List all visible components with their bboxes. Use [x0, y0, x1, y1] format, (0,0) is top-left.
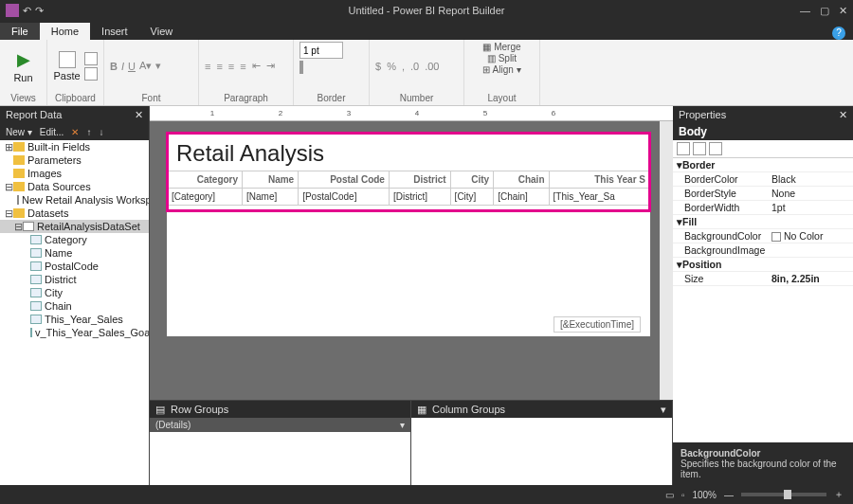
- execution-time-textbox[interactable]: [&ExecutionTime]: [554, 316, 641, 333]
- group-paragraph: ≡≡≡ ≡⇤⇥ Paragraph: [199, 40, 294, 105]
- group-border: Border: [294, 40, 370, 105]
- field-icon: [30, 328, 32, 337]
- indent-inc-button[interactable]: ⇥: [266, 60, 275, 72]
- group-label-font: Font: [104, 92, 198, 105]
- delete-icon[interactable]: ✕: [71, 127, 79, 137]
- report-data-panel: Report Data✕ New ▾ Edit... ✕ ↑ ↓ ⊞Built-…: [0, 106, 150, 485]
- row-groups-label: Row Groups: [171, 404, 228, 415]
- minimize-button[interactable]: —: [800, 5, 810, 17]
- field-icon: [30, 261, 42, 271]
- tab-file[interactable]: File: [0, 23, 40, 40]
- underline-button[interactable]: U: [128, 61, 136, 72]
- tablix[interactable]: CategoryNamePostal CodeDistrictCityChain…: [167, 171, 650, 206]
- folder-icon: [13, 208, 25, 218]
- properties-title: Properties: [679, 109, 726, 120]
- window-controls: — ▢ ✕: [800, 5, 847, 17]
- zoom-in-button[interactable]: ＋: [834, 488, 844, 501]
- border-weight-input[interactable]: [299, 42, 343, 59]
- grouping-menu-button[interactable]: ▾: [661, 404, 666, 416]
- folder-icon: [13, 182, 25, 191]
- split-button[interactable]: ▥ Split: [487, 53, 517, 63]
- properties-panel: Properties✕ Body ▾ Border BorderColorBla…: [673, 106, 853, 485]
- categorized-button[interactable]: [677, 142, 690, 155]
- bold-button[interactable]: B: [110, 61, 118, 72]
- group-label-number: Number: [370, 92, 463, 105]
- field-icon: [30, 275, 42, 284]
- group-views: ▶Run Views: [0, 40, 47, 105]
- field-icon: [30, 315, 42, 324]
- status-bar: ▭ ▫ 100% — ＋: [0, 485, 853, 504]
- align-right-button[interactable]: ≡: [228, 61, 234, 72]
- design-surface-container: 123456 Retail Analysis CategoryNamePosta…: [150, 106, 673, 485]
- design-surface[interactable]: Retail Analysis CategoryNamePostal CodeD…: [150, 121, 673, 400]
- zoom-out-button[interactable]: —: [724, 490, 734, 500]
- table-detail-row[interactable]: [Category][Name][PostalCode][District][C…: [168, 189, 650, 206]
- app-icon: [6, 4, 19, 17]
- field-icon: [30, 248, 42, 258]
- new-button[interactable]: New ▾: [6, 127, 32, 137]
- move-up-button[interactable]: ↑: [86, 127, 91, 137]
- bullets-button[interactable]: ≡: [240, 61, 245, 72]
- highlight-button[interactable]: ▾: [155, 60, 161, 72]
- tab-insert[interactable]: Insert: [90, 23, 139, 40]
- properties-close-button[interactable]: ✕: [839, 109, 847, 121]
- folder-icon: [13, 169, 25, 178]
- currency-button[interactable]: $: [375, 61, 381, 72]
- align-center-button[interactable]: ≡: [216, 61, 222, 72]
- ribbon-tabs: File Home Insert View ?: [0, 21, 853, 40]
- table-header-row[interactable]: CategoryNamePostal CodeDistrictCityChain…: [168, 171, 650, 189]
- vertical-scrollbar[interactable]: [660, 121, 673, 400]
- group-clipboard: Paste Clipboard: [47, 40, 104, 105]
- report-title[interactable]: Retail Analysis: [167, 133, 650, 171]
- edit-button[interactable]: Edit...: [40, 127, 64, 137]
- ribbon: ▶Run Views Paste Clipboard B I U A▾ ▾ Fo…: [0, 40, 853, 106]
- cut-button[interactable]: [84, 52, 98, 65]
- property-description: BackgroundColor Specifies the background…: [673, 442, 853, 485]
- report-data-close-button[interactable]: ✕: [135, 109, 143, 121]
- property-pages-button[interactable]: [709, 142, 722, 155]
- alphabetical-button[interactable]: [693, 142, 706, 155]
- report-body[interactable]: Retail Analysis CategoryNamePostal CodeD…: [167, 133, 650, 336]
- comma-button[interactable]: ,: [402, 61, 405, 72]
- indent-dec-button[interactable]: ⇤: [252, 60, 261, 72]
- color-swatch[interactable]: [771, 232, 781, 242]
- group-label-paragraph: Paragraph: [199, 92, 293, 105]
- view-mode-icon[interactable]: ▭: [665, 490, 674, 500]
- decrease-decimal-button[interactable]: .0: [410, 61, 419, 72]
- report-data-title: Report Data: [6, 109, 62, 120]
- align-button[interactable]: ⊞ Align ▾: [482, 64, 520, 75]
- cols-icon: ▦: [417, 404, 426, 416]
- copy-button[interactable]: [84, 67, 98, 81]
- run-button[interactable]: ▶Run: [6, 49, 41, 83]
- undo-button[interactable]: ↶: [23, 5, 31, 17]
- field-icon: [30, 301, 42, 311]
- view-mode-icon-2[interactable]: ▫: [681, 490, 685, 500]
- redo-button[interactable]: ↷: [35, 5, 44, 17]
- font-color-button[interactable]: A▾: [139, 60, 152, 72]
- tab-home[interactable]: Home: [40, 23, 90, 40]
- folder-icon: [13, 155, 25, 165]
- column-groups-label: Column Groups: [432, 404, 505, 415]
- italic-button[interactable]: I: [121, 61, 124, 72]
- zoom-level[interactable]: 100%: [692, 490, 717, 500]
- dataset-node[interactable]: ⊟RetailAnalysisDataSet: [0, 220, 149, 233]
- details-group[interactable]: (Details)▾: [150, 418, 410, 432]
- border-color-button[interactable]: [301, 61, 303, 74]
- move-down-button[interactable]: ↓: [99, 127, 103, 137]
- grouping-pane: ▤Row Groups (Details)▾ ▦Column Groups▾: [150, 400, 673, 485]
- window-title: Untitled - Power BI Report Builder: [348, 5, 504, 16]
- percent-button[interactable]: %: [387, 61, 396, 72]
- datasource-icon: [17, 195, 19, 205]
- align-left-button[interactable]: ≡: [205, 61, 210, 72]
- zoom-slider[interactable]: [741, 493, 826, 496]
- increase-decimal-button[interactable]: .00: [425, 61, 439, 72]
- group-label-layout: Layout: [464, 92, 539, 105]
- report-data-tree[interactable]: ⊞Built-in Fields Parameters Images ⊟Data…: [0, 140, 149, 485]
- maximize-button[interactable]: ▢: [820, 5, 829, 17]
- help-button[interactable]: ?: [832, 27, 845, 40]
- tab-view[interactable]: View: [139, 23, 185, 40]
- paste-button[interactable]: Paste: [53, 51, 81, 81]
- merge-button[interactable]: ▦ Merge: [482, 42, 520, 52]
- group-label-views: Views: [0, 92, 46, 105]
- close-button[interactable]: ✕: [839, 5, 847, 17]
